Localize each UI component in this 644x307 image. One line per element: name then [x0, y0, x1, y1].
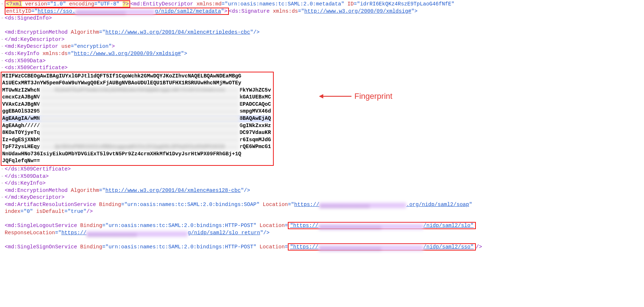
- xml-line: <md:EncryptionMethod Algorithm="http://w…: [1, 187, 643, 194]
- xml-line: -</ds:X509Data>: [1, 173, 643, 180]
- xml-line: -<?xml version="1.0" encoding="UTF-8" ?>…: [1, 1, 643, 8]
- xml-line: -</ds:X509Certificate>: [1, 166, 643, 173]
- xml-line: -<md:KeyDescriptor use="encryption">: [1, 43, 643, 50]
- xml-line: <md:SingleSignOnService Binding="urn:oas…: [1, 244, 643, 251]
- xml-line: -</md:KeyDescriptor>: [1, 194, 643, 201]
- xml-code-view: Fingerprint -<?xml version="1.0" encodin…: [1, 1, 643, 258]
- xml-line: -<ds:X509Certificate>: [1, 64, 643, 72]
- xml-line: ResponseLocation="https://aaaaaaaaaaaaaa…: [1, 230, 643, 237]
- xml-line: -<ds:KeyInfo xmlns:ds="http://www.w3.org…: [1, 50, 643, 58]
- xml-line: -<ds:X509Data>: [1, 58, 643, 65]
- xml-line: -</ds:KeyInfo>: [1, 180, 643, 187]
- xml-line: <md:EncryptionMethod Algorithm="http://w…: [1, 29, 643, 36]
- fingerprint-annotation: Fingerprint: [319, 91, 392, 102]
- svg-marker-1: [319, 94, 323, 98]
- xml-line: -<ds:SignedInfo>: [1, 15, 643, 22]
- xml-line: <md:ArtifactResolutionService Binding="u…: [1, 201, 643, 209]
- xml-line: <md:SingleLogoutService Binding="urn:oas…: [1, 222, 643, 230]
- arrow-left-icon: [319, 93, 351, 100]
- annotation-label: Fingerprint: [354, 91, 392, 102]
- xml-line: entityID="https://sso.aaaaaaaaaaaaaaaag/…: [1, 8, 643, 15]
- xml-line: -</md:KeyDescriptor>: [1, 36, 643, 43]
- xml-line: index="0" isDefault="true"/>: [1, 208, 643, 215]
- certificate-fingerprint-box: MIIFWzCCBEOgAwIBAgIUYxlGPJtl1dQFT5If1Cqo…: [1, 72, 274, 166]
